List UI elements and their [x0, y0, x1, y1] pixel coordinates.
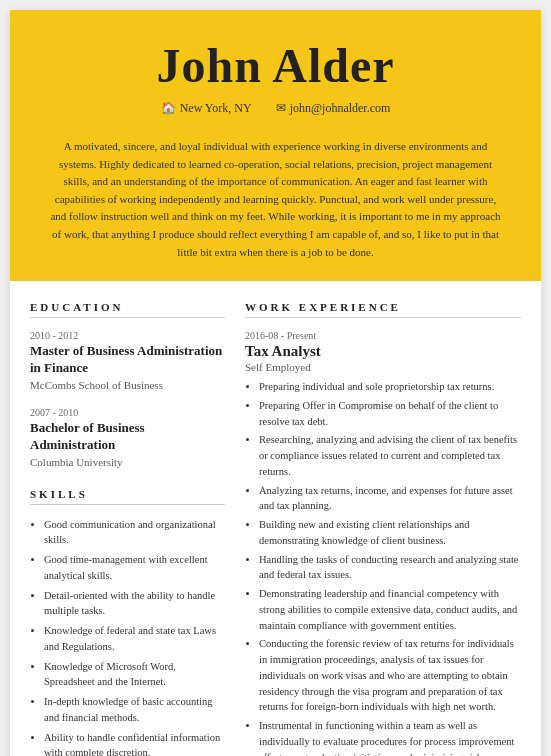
left-column: EDUCATION 2010 - 2012 Master of Business…	[30, 301, 225, 756]
work-dates-0: 2016-08 - Present	[245, 330, 521, 341]
work-bullet-0-7: Conducting the forensic review of tax re…	[259, 636, 521, 715]
location-item: 🏠 New York, NY	[161, 101, 252, 116]
work-bullet-0-0: Preparing individual and sole proprietor…	[259, 379, 521, 395]
work-bullet-0-8: Instrumental in functioning within a tea…	[259, 718, 521, 756]
work-company-0: Self Employed	[245, 361, 521, 373]
location-text: New York, NY	[180, 101, 252, 116]
skill-item-4: Knowledge of Microsoft Word, Spreadsheet…	[44, 659, 225, 691]
skill-item-3: Knowledge of federal and state tax Laws …	[44, 623, 225, 655]
edu-degree-1: Bachelor of Business Administration	[30, 420, 225, 454]
skill-item-1: Good time-management with excellent anal…	[44, 552, 225, 584]
work-entry-0: 2016-08 - PresentTax AnalystSelf Employe…	[245, 330, 521, 756]
edu-degree-0: Master of Business Administration in Fin…	[30, 343, 225, 377]
skill-item-6: Ability to handle confidential informati…	[44, 730, 225, 756]
email-item: ✉ john@johnalder.com	[276, 101, 391, 116]
work-bullets-0: Preparing individual and sole proprietor…	[245, 379, 521, 756]
skill-item-5: In-depth knowledge of basic accounting a…	[44, 694, 225, 726]
right-column: WORK EXPERIENCE 2016-08 - PresentTax Ana…	[245, 301, 521, 756]
skill-item-2: Detail-oriented with the ability to hand…	[44, 588, 225, 620]
work-title-0: Tax Analyst	[245, 343, 521, 360]
edu-entry-0: 2010 - 2012 Master of Business Administr…	[30, 330, 225, 391]
skills-title: SKILLS	[30, 488, 225, 505]
skills-section: SKILLS Good communication and organizati…	[30, 488, 225, 756]
skills-list: Good communication and organizational sk…	[30, 517, 225, 756]
candidate-name: John Alder	[40, 38, 511, 93]
edu-dates-0: 2010 - 2012	[30, 330, 225, 341]
edu-entry-1: 2007 - 2010 Bachelor of Business Adminis…	[30, 407, 225, 468]
education-title: EDUCATION	[30, 301, 225, 318]
work-entries: 2016-08 - PresentTax AnalystSelf Employe…	[245, 330, 521, 756]
email-text: john@johnalder.com	[290, 101, 391, 116]
email-icon: ✉	[276, 101, 286, 116]
main-content: EDUCATION 2010 - 2012 Master of Business…	[10, 281, 541, 756]
work-bullet-0-2: Researching, analyzing and advising the …	[259, 432, 521, 479]
education-section: EDUCATION 2010 - 2012 Master of Business…	[30, 301, 225, 468]
summary-text: A motivated, sincere, and loyal individu…	[50, 138, 501, 261]
summary-section: A motivated, sincere, and loyal individu…	[10, 138, 541, 281]
location-icon: 🏠	[161, 101, 176, 116]
contact-row: 🏠 New York, NY ✉ john@johnalder.com	[40, 101, 511, 116]
edu-school-0: McCombs School of Business	[30, 379, 225, 391]
resume-container: John Alder 🏠 New York, NY ✉ john@johnald…	[10, 10, 541, 756]
work-bullet-0-6: Demonstrating leadership and financial c…	[259, 586, 521, 633]
header-section: John Alder 🏠 New York, NY ✉ john@johnald…	[10, 10, 541, 138]
edu-dates-1: 2007 - 2010	[30, 407, 225, 418]
skill-item-0: Good communication and organizational sk…	[44, 517, 225, 549]
edu-school-1: Columbia University	[30, 456, 225, 468]
work-bullet-0-1: Preparing Offer in Compromise on behalf …	[259, 398, 521, 430]
work-bullet-0-4: Building new and existing client relatio…	[259, 517, 521, 549]
work-experience-title: WORK EXPERIENCE	[245, 301, 521, 318]
work-bullet-0-3: Analyzing tax returns, income, and expen…	[259, 483, 521, 515]
work-bullet-0-5: Handling the tasks of conducting researc…	[259, 552, 521, 584]
